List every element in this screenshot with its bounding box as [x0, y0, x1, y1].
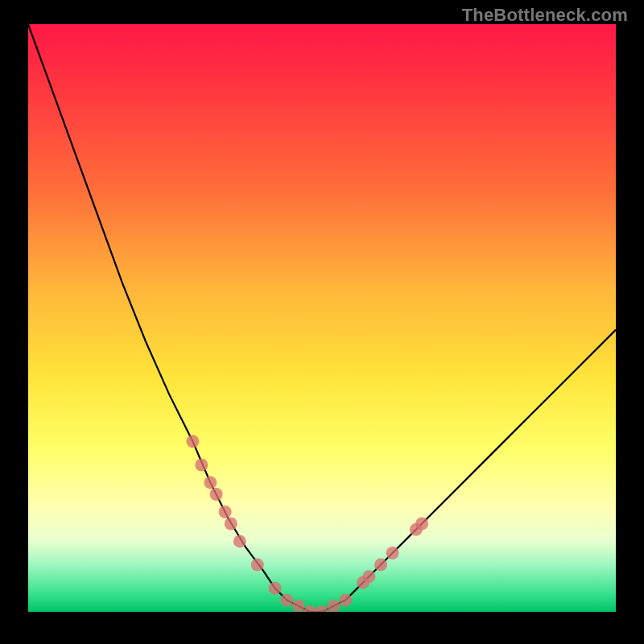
data-marker — [204, 476, 217, 489]
chart-container: TheBottleneck.com — [0, 0, 644, 644]
data-marker — [374, 559, 387, 572]
data-marker — [316, 605, 328, 612]
data-marker — [186, 435, 199, 448]
data-marker — [328, 600, 341, 612]
data-marker — [292, 600, 305, 612]
bottleneck-curve — [28, 24, 616, 612]
data-marker — [251, 559, 264, 572]
data-marker — [280, 593, 293, 606]
data-marker — [210, 488, 223, 501]
chart-svg — [28, 24, 616, 612]
data-marker — [219, 506, 232, 518]
data-marker — [339, 593, 352, 606]
watermark-label: TheBottleneck.com — [462, 5, 628, 26]
data-marker — [233, 535, 246, 547]
data-marker — [386, 547, 399, 559]
data-marker — [269, 582, 282, 595]
data-marker — [362, 570, 375, 583]
data-marker — [303, 605, 316, 612]
data-marker — [195, 459, 208, 472]
data-marker — [225, 518, 237, 530]
data-marker — [415, 518, 428, 530]
plot-area — [28, 24, 616, 612]
